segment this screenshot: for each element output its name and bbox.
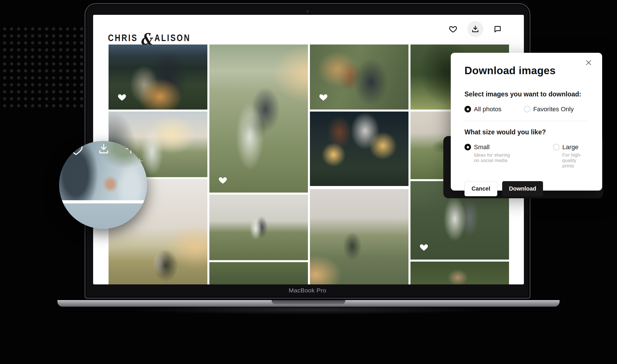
modal-divider <box>464 121 588 121</box>
radio-label: Small <box>474 143 490 151</box>
magnified-holding-hands <box>100 173 121 195</box>
radio-sublabel: Ideas for sharing on social media <box>474 152 516 163</box>
heart-icon <box>449 25 457 33</box>
photo-couple-kissing-hills[interactable] <box>310 45 408 110</box>
heart-icon <box>318 92 328 102</box>
radio-label: Favorites Only <box>533 106 574 113</box>
download-icon[interactable] <box>97 143 110 156</box>
download-button[interactable] <box>467 21 483 37</box>
radio-label: All photos <box>474 106 502 113</box>
chat-icon <box>493 25 502 33</box>
webcam-dot <box>307 10 309 13</box>
close-button[interactable] <box>583 57 594 69</box>
radio-sublabel: For high-quality prints <box>562 152 588 169</box>
photo-couple-walking-away[interactable] <box>209 195 308 260</box>
radio-selected-icon <box>464 106 471 112</box>
heart-icon[interactable] <box>68 141 84 157</box>
macbook-base-notch <box>272 300 345 304</box>
select-images-heading: Select images you want to download: <box>464 90 588 98</box>
zoom-magnifier-circle <box>59 141 147 229</box>
marketing-scene: CHRIS & ALISON <box>0 0 617 364</box>
radio-label: Large <box>562 143 578 151</box>
cancel-button[interactable]: Cancel <box>464 181 497 196</box>
radio-unselected-icon <box>524 106 530 112</box>
modal-buttons: Cancel Download <box>464 181 588 196</box>
radio-favorites-only[interactable]: Favorites Only <box>524 106 574 113</box>
macbook-base <box>57 300 560 307</box>
modal-title: Download images <box>464 65 588 77</box>
photo-couple-sparkler-dusk[interactable] <box>109 45 207 110</box>
logo-first-name: CHRIS <box>108 33 138 43</box>
photo-trees-partial[interactable] <box>209 262 308 284</box>
comment-button[interactable] <box>490 21 506 37</box>
laptop-shadow <box>74 306 543 319</box>
photo-couple-field-flare[interactable] <box>310 189 408 284</box>
magnified-photo-gap <box>59 200 147 203</box>
header-actions <box>445 21 506 37</box>
download-images-modal: Download images Select images you want t… <box>451 53 602 191</box>
heart-icon <box>117 92 127 102</box>
photo-bride-groom-bouquet[interactable] <box>209 45 308 193</box>
dot-pattern-decoration <box>1 25 86 108</box>
logo-second-name: ALISON <box>155 33 191 43</box>
radio-large[interactable]: Large For high-quality prints <box>553 143 588 169</box>
radio-small[interactable]: Small Ideas for sharing on social media <box>464 143 516 163</box>
favorites-button[interactable] <box>445 21 461 37</box>
download-icon <box>471 25 480 33</box>
radio-selected-icon <box>464 144 471 150</box>
close-icon <box>585 59 592 67</box>
device-label: MacBook Pro <box>85 287 530 294</box>
size-options: Small Ideas for sharing on social media … <box>464 143 588 169</box>
photo-sparklers-closeup[interactable] <box>310 112 408 186</box>
download-submit-button[interactable]: Download <box>502 181 543 196</box>
photo-couple-trees-partial[interactable] <box>410 262 509 284</box>
radio-all-photos[interactable]: All photos <box>464 106 502 113</box>
couple-logo: CHRIS & ALISON <box>108 33 191 43</box>
heart-icon <box>218 175 228 185</box>
heart-icon <box>419 242 429 252</box>
size-heading: What size would you like? <box>464 128 588 136</box>
select-images-options: All photos Favorites Only <box>464 106 588 113</box>
radio-unselected-icon <box>553 144 560 150</box>
